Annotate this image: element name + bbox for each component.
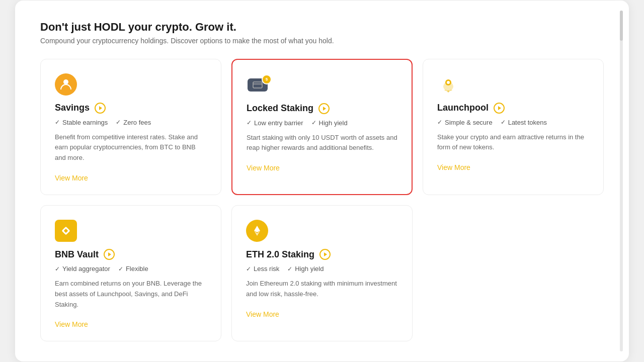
cards-grid: Savings ✓ Stable earnings ✓ Zero fees Be… <box>40 59 604 342</box>
launchpool-card: Launchpool ✓ Simple & secure ✓ Latest to… <box>423 59 604 195</box>
launchpool-title: Launchpool <box>437 103 489 113</box>
check-icon: ✓ <box>246 265 251 273</box>
scrollbar[interactable] <box>620 11 623 352</box>
check-icon: ✓ <box>55 119 60 126</box>
eth-staking-description: Join Ethereum 2.0 staking with minimum i… <box>246 279 398 300</box>
check-icon: ✓ <box>311 119 316 126</box>
savings-play-button[interactable] <box>95 103 106 114</box>
locked-staking-title-row: Locked Staking <box>247 103 397 114</box>
check-icon: ✓ <box>116 119 121 126</box>
savings-icon <box>55 73 77 96</box>
eth-staking-title: ETH 2.0 Staking <box>246 249 314 260</box>
bnb-vault-card: BNB Vault ✓ Yield aggregator ✓ Flexible … <box>40 205 221 341</box>
eth-staking-badge-2: ✓ High yield <box>287 265 324 273</box>
page-title: Don't just HODL your crypto. Grow it. <box>40 21 604 34</box>
bnb-vault-icon <box>55 220 77 242</box>
launchpool-badge-1: ✓ Simple & secure <box>437 119 493 126</box>
bnb-vault-title-row: BNB Vault <box>55 249 207 260</box>
locked-staking-icon: $ <box>247 74 269 96</box>
bnb-vault-badge-1: ✓ Yield aggregator <box>55 265 110 273</box>
svg-marker-7 <box>254 226 260 232</box>
locked-staking-view-more[interactable]: View More <box>247 164 280 172</box>
locked-staking-card: $ Locked Staking ✓ Low entry barrier ✓ H… <box>231 59 413 195</box>
eth-staking-view-more[interactable]: View More <box>246 310 279 318</box>
launchpool-badges: ✓ Simple & secure ✓ Latest tokens <box>437 119 589 126</box>
savings-title-row: Savings <box>55 103 207 114</box>
launchpool-description: Stake your crypto and earn attractive re… <box>437 132 589 153</box>
eth-staking-title-row: ETH 2.0 Staking <box>246 249 398 260</box>
check-icon: ✓ <box>437 119 442 126</box>
savings-card: Savings ✓ Stable earnings ✓ Zero fees Be… <box>40 59 221 195</box>
savings-description: Benefit from competitive interest rates.… <box>55 132 207 163</box>
savings-badge-1: ✓ Stable earnings <box>55 119 108 126</box>
bnb-vault-play-button[interactable] <box>104 249 115 260</box>
check-icon: ✓ <box>287 265 292 273</box>
main-container: Don't just HODL your crypto. Grow it. Co… <box>15 1 629 362</box>
locked-staking-badge-1: ✓ Low entry barrier <box>247 119 303 127</box>
launchpool-play-button[interactable] <box>494 103 505 114</box>
svg-point-0 <box>63 79 68 84</box>
scrollbar-thumb[interactable] <box>620 11 623 41</box>
svg-rect-1 <box>253 82 262 88</box>
locked-staking-play-button[interactable] <box>318 103 330 114</box>
bnb-vault-badges: ✓ Yield aggregator ✓ Flexible <box>55 265 207 273</box>
bnb-vault-view-more[interactable]: View More <box>55 320 88 328</box>
check-icon: ✓ <box>501 119 506 126</box>
locked-staking-badges: ✓ Low entry barrier ✓ High yield <box>247 119 397 127</box>
launchpool-badge-2: ✓ Latest tokens <box>501 119 547 126</box>
page-subtitle: Compound your cryptocurrency holdings. D… <box>40 37 604 45</box>
eth-staking-badge-1: ✓ Less risk <box>246 265 279 273</box>
locked-staking-title: Locked Staking <box>247 103 313 114</box>
check-icon: ✓ <box>247 119 252 126</box>
locked-staking-description: Start staking with only 10 USDT worth of… <box>247 133 397 154</box>
eth-staking-card: ETH 2.0 Staking ✓ Less risk ✓ High yield… <box>231 205 413 341</box>
locked-staking-badge-2: ✓ High yield <box>311 119 348 127</box>
launchpool-view-more[interactable]: View More <box>437 163 470 171</box>
svg-point-4 <box>447 81 450 84</box>
bnb-vault-badge-2: ✓ Flexible <box>118 265 148 273</box>
check-icon: ✓ <box>118 265 123 273</box>
savings-badges: ✓ Stable earnings ✓ Zero fees <box>55 119 207 126</box>
check-icon: ✓ <box>55 265 60 273</box>
savings-view-more[interactable]: View More <box>55 174 88 182</box>
savings-badge-2: ✓ Zero fees <box>116 119 151 126</box>
launchpool-title-row: Launchpool <box>437 103 589 114</box>
eth-staking-badges: ✓ Less risk ✓ High yield <box>246 265 398 273</box>
bnb-vault-description: Earn combined returns on your BNB. Lever… <box>55 279 207 310</box>
savings-title: Savings <box>55 103 90 113</box>
bnb-vault-title: BNB Vault <box>55 249 99 260</box>
eth-staking-play-button[interactable] <box>319 249 331 260</box>
page-header: Don't just HODL your crypto. Grow it. Co… <box>40 21 604 45</box>
eth-staking-icon <box>246 220 268 242</box>
launchpool-icon <box>437 73 459 96</box>
